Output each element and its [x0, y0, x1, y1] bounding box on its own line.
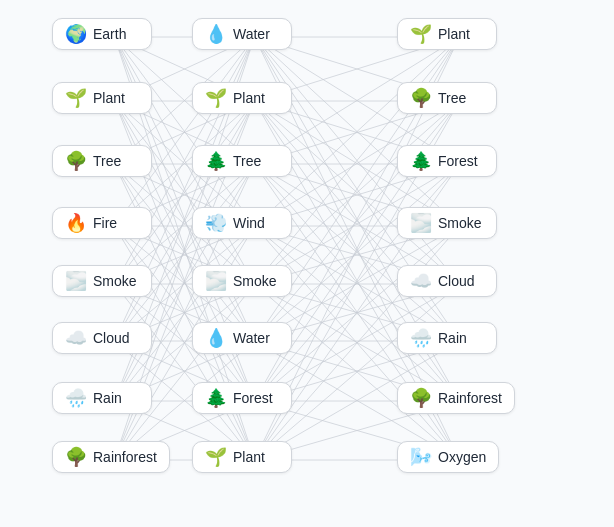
node-oxygen[interactable]: 🌬️Oxygen: [397, 441, 499, 473]
forest2-icon: 🌲: [205, 389, 227, 407]
fire-label: Fire: [93, 215, 117, 231]
node-plant1[interactable]: 🌱Plant: [397, 18, 497, 50]
node-water1[interactable]: 💧Water: [192, 18, 292, 50]
plant2-icon: 🌱: [65, 89, 87, 107]
cloud3-label: Cloud: [438, 273, 475, 289]
svg-line-124: [255, 284, 460, 460]
tree2-icon: 🌲: [205, 152, 227, 170]
svg-line-24: [115, 37, 255, 226]
svg-line-97: [255, 101, 460, 284]
oxygen-label: Oxygen: [438, 449, 486, 465]
node-cloud3[interactable]: ☁️Cloud: [397, 265, 497, 297]
plant3-label: Plant: [233, 90, 265, 106]
plant1-label: Plant: [438, 26, 470, 42]
plant3-icon: 🌱: [205, 89, 227, 107]
node-fire[interactable]: 🔥Fire: [52, 207, 152, 239]
svg-line-94: [255, 226, 460, 401]
node-tree1[interactable]: 🌳Tree: [52, 145, 152, 177]
cloud3-icon: ☁️: [410, 272, 432, 290]
tree1-icon: 🌳: [65, 152, 87, 170]
plant1-icon: 🌱: [410, 25, 432, 43]
tree3-icon: 🌳: [410, 89, 432, 107]
svg-line-12: [115, 101, 255, 284]
node-rainforest3[interactable]: 🌳Rainforest: [397, 382, 515, 414]
smoke1-icon: 🌫️: [65, 272, 87, 290]
fire-icon: 🔥: [65, 214, 87, 232]
cloud1-label: Cloud: [93, 330, 130, 346]
tree2-label: Tree: [233, 153, 261, 169]
rainforest1-icon: 🌳: [65, 448, 87, 466]
node-tree2[interactable]: 🌲Tree: [192, 145, 292, 177]
smoke2-label: Smoke: [233, 273, 277, 289]
node-forest2[interactable]: 🌲Forest: [192, 382, 292, 414]
plant4-icon: 🌱: [205, 448, 227, 466]
forest2-label: Forest: [233, 390, 273, 406]
node-cloud1[interactable]: ☁️Cloud: [52, 322, 152, 354]
smoke1-label: Smoke: [93, 273, 137, 289]
svg-line-33: [115, 101, 255, 284]
node-rain1[interactable]: 🌧️Rain: [52, 382, 152, 414]
smoke2-icon: 🌫️: [205, 272, 227, 290]
svg-line-21: [115, 164, 255, 341]
earth-icon: 🌍: [65, 25, 87, 43]
plant2-label: Plant: [93, 90, 125, 106]
rainforest1-label: Rainforest: [93, 449, 157, 465]
node-smoke2[interactable]: 🌫️Smoke: [192, 265, 292, 297]
water2-icon: 💧: [205, 329, 227, 347]
rainforest3-icon: 🌳: [410, 389, 432, 407]
rain3-icon: 🌧️: [410, 329, 432, 347]
node-water2[interactable]: 💧Water: [192, 322, 292, 354]
node-plant4[interactable]: 🌱Plant: [192, 441, 292, 473]
cloud1-icon: ☁️: [65, 329, 87, 347]
svg-line-3: [115, 37, 255, 226]
node-plant3[interactable]: 🌱Plant: [192, 82, 292, 114]
water1-label: Water: [233, 26, 270, 42]
node-tree3[interactable]: 🌳Tree: [397, 82, 497, 114]
oxygen-icon: 🌬️: [410, 448, 432, 466]
node-smoke1[interactable]: 🌫️Smoke: [52, 265, 152, 297]
water1-icon: 💧: [205, 25, 227, 43]
smoke3-icon: 🌫️: [410, 214, 432, 232]
svg-line-39: [115, 284, 255, 460]
svg-line-85: [255, 164, 460, 341]
wind-icon: 💨: [205, 214, 227, 232]
node-wind[interactable]: 💨Wind: [192, 207, 292, 239]
svg-line-76: [255, 101, 460, 284]
node-plant2[interactable]: 🌱Plant: [52, 82, 152, 114]
canvas: 🌍Earth💧Water🌱Plant🌱Plant🌱Plant🌳Tree🌳Tree…: [0, 0, 614, 527]
rain1-icon: 🌧️: [65, 389, 87, 407]
svg-line-42: [115, 164, 255, 341]
svg-line-30: [115, 226, 255, 401]
node-smoke3[interactable]: 🌫️Smoke: [397, 207, 497, 239]
tree3-label: Tree: [438, 90, 466, 106]
forest3-label: Forest: [438, 153, 478, 169]
node-rainforest1[interactable]: 🌳Rainforest: [52, 441, 170, 473]
svg-line-115: [255, 226, 460, 401]
plant4-label: Plant: [233, 449, 265, 465]
smoke3-label: Smoke: [438, 215, 482, 231]
svg-line-51: [115, 226, 255, 401]
rainforest3-label: Rainforest: [438, 390, 502, 406]
svg-line-88: [255, 37, 460, 226]
rain3-label: Rain: [438, 330, 467, 346]
forest3-icon: 🌲: [410, 152, 432, 170]
rain1-label: Rain: [93, 390, 122, 406]
svg-line-67: [255, 37, 460, 226]
node-earth[interactable]: 🌍Earth: [52, 18, 152, 50]
node-rain3[interactable]: 🌧️Rain: [397, 322, 497, 354]
node-forest3[interactable]: 🌲Forest: [397, 145, 497, 177]
svg-line-60: [115, 284, 255, 460]
tree1-label: Tree: [93, 153, 121, 169]
water2-label: Water: [233, 330, 270, 346]
svg-line-106: [255, 164, 460, 341]
svg-line-103: [255, 284, 460, 460]
wind-label: Wind: [233, 215, 265, 231]
earth-label: Earth: [93, 26, 126, 42]
